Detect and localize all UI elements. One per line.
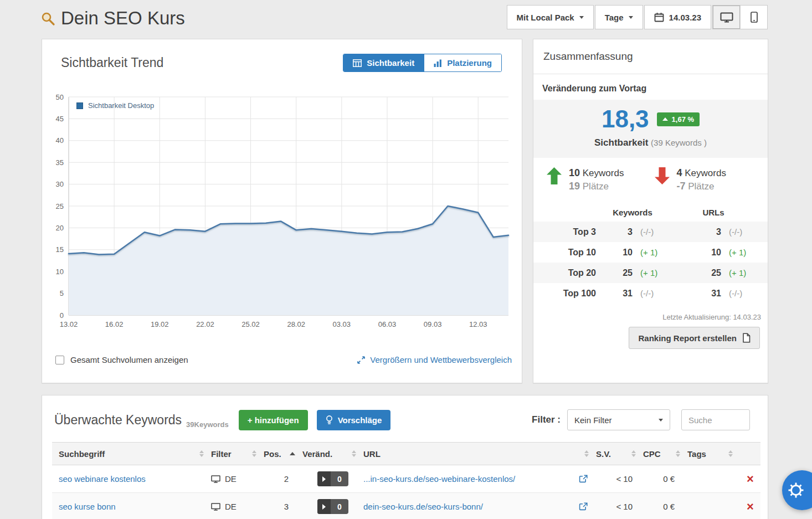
svg-text:15: 15	[56, 245, 64, 254]
external-link-icon[interactable]	[579, 475, 588, 483]
keyword-link[interactable]: seo webinare kostenlos	[59, 474, 146, 484]
delete-keyword-button[interactable]: ×	[747, 501, 754, 513]
chevron-down-icon	[659, 419, 663, 422]
top-controls: Mit Local Pack Tage 14.03.23	[507, 5, 768, 29]
top-rankings-table: Keywords URLs Top 3 3 (-/-) 3 (-/-) Top …	[533, 203, 768, 304]
svg-text:19.02: 19.02	[151, 320, 169, 328]
keyword-link[interactable]: seo kurse bonn	[59, 502, 116, 511]
chat-widget-button[interactable]	[782, 470, 812, 510]
svg-text:40: 40	[56, 136, 64, 145]
arrow-down-icon	[655, 167, 670, 184]
chevron-right-icon	[317, 471, 331, 486]
column-header-url[interactable]: URL	[361, 449, 593, 459]
document-icon	[742, 333, 751, 343]
filter-select[interactable]: Kein Filter	[567, 409, 670, 430]
keywords-header: Überwachte Keywords 39Keywords + hinzufü…	[42, 395, 768, 442]
cpc-value: 0 €	[640, 502, 685, 511]
sort-icon[interactable]	[631, 450, 636, 457]
column-header-suchbegriff[interactable]: Suchbegriff	[59, 449, 208, 459]
trend-footer: Gesamt Suchvolumen anzeigen Vergrößern u…	[55, 355, 512, 364]
tab-sichtbarkeit[interactable]: Sichtbarkeit	[343, 54, 424, 71]
svg-text:0: 0	[60, 311, 64, 320]
expand-compare-link[interactable]: Vergrößern und Wettbewerbsvergleich	[357, 355, 512, 364]
desktop-icon	[211, 503, 220, 511]
column-header-filter[interactable]: Filter	[208, 449, 261, 459]
summary-value-band: 18,3 1,67 % Sichtbarkeit (39 Keywords )	[533, 100, 768, 158]
legend-swatch	[76, 102, 83, 109]
table-row: Top 3 3 (-/-) 3 (-/-)	[533, 222, 768, 242]
keywords-table: Suchbegriff Filter Pos. Veränd. URL	[52, 442, 760, 519]
summary-panel: Zusammenfassung Veränderung zum Vortag 1…	[533, 39, 768, 383]
position-change-badge[interactable]: 0	[317, 471, 348, 486]
period-dropdown[interactable]: Tage	[595, 5, 643, 29]
column-header-veraend[interactable]: Veränd.	[300, 449, 361, 459]
add-keyword-button[interactable]: + hinzufügen	[239, 410, 308, 430]
sort-icon-active[interactable]	[290, 452, 295, 455]
position-change-badge[interactable]: 0	[317, 499, 348, 514]
svg-text:28.02: 28.02	[287, 320, 305, 328]
sort-icon[interactable]	[728, 450, 733, 457]
keyword-movement-row: 10 Keywords 19 Plätze 4 Keywords -7 Plät…	[533, 158, 768, 199]
svg-text:5: 5	[60, 289, 64, 297]
svg-text:12.03: 12.03	[469, 320, 487, 328]
column-header-pos[interactable]: Pos.	[261, 449, 300, 459]
sort-icon[interactable]	[352, 450, 356, 457]
country-code: DE	[225, 502, 237, 511]
keywords-up: 10 Keywords 19 Plätze	[547, 167, 655, 192]
suggestions-button[interactable]: Vorschläge	[317, 410, 391, 430]
table-row: Top 20 25 (+ 1) 25 (+ 1)	[533, 263, 768, 283]
svg-text:22.02: 22.02	[196, 320, 214, 328]
search-input[interactable]	[681, 409, 750, 430]
ranking-url-link[interactable]: ...in-seo-kurs.de/seo-webinare-kostenlos…	[363, 474, 515, 484]
table-grid-icon	[353, 59, 362, 67]
visibility-trend-chart: 0510152025303540455013.0216.0219.0222.02…	[47, 93, 512, 332]
column-header-tags[interactable]: Tags	[685, 449, 737, 459]
svg-text:09.03: 09.03	[424, 320, 442, 328]
desktop-view-button[interactable]	[713, 6, 740, 29]
expand-arrows-icon	[357, 356, 366, 364]
calendar-icon	[654, 12, 664, 22]
chevron-down-icon	[579, 16, 584, 19]
filter-label: Filter :	[532, 414, 561, 425]
tab-platzierung[interactable]: Platzierung	[424, 54, 501, 71]
chevron-right-icon	[317, 499, 331, 514]
search-volume: < 10	[593, 502, 640, 511]
ranking-url-link[interactable]: dein-seo-kurs.de/seo-kurs-bonn/	[363, 502, 483, 511]
rankings-table-header: Keywords URLs	[533, 203, 768, 222]
delete-keyword-button[interactable]: ×	[747, 473, 754, 485]
svg-text:16.02: 16.02	[105, 320, 124, 328]
page: Dein SEO Kurs Mit Local Pack Tage 14.03.…	[0, 0, 812, 519]
local-pack-dropdown[interactable]: Mit Local Pack	[507, 5, 594, 29]
volume-checkbox-row: Gesamt Suchvolumen anzeigen	[55, 355, 188, 364]
top-bar: Dein SEO Kurs Mit Local Pack Tage 14.03.…	[0, 0, 812, 34]
sort-icon[interactable]	[584, 450, 589, 457]
sort-icon[interactable]	[199, 450, 204, 457]
column-header-sv[interactable]: S.V.	[593, 449, 640, 459]
legend-label: Sichtbarkeit Desktop	[88, 101, 154, 110]
date-picker-button[interactable]: 14.03.23	[644, 5, 711, 29]
keywords-table-header: Suchbegriff Filter Pos. Veränd. URL	[52, 442, 760, 465]
caret-up-icon	[662, 117, 668, 121]
chart-legend: Sichtbarkeit Desktop	[76, 101, 154, 110]
ranking-report-button[interactable]: Ranking Report erstellen	[629, 327, 760, 349]
country-code: DE	[225, 474, 237, 484]
table-row: Top 10 10 (+ 1) 10 (+ 1)	[533, 242, 768, 263]
svg-text:45: 45	[56, 115, 64, 123]
keyword-row: seo kurse bonn DE 3 0	[52, 493, 760, 519]
chevron-down-icon	[629, 16, 633, 19]
external-link-icon[interactable]	[579, 502, 588, 511]
app-title: Dein SEO Kurs	[40, 8, 185, 29]
position-value: 2	[261, 474, 300, 484]
volume-checkbox[interactable]	[55, 356, 64, 364]
last-update-text: Letzte Aktualisierung: 14.03.23	[533, 313, 768, 321]
sort-icon[interactable]	[252, 450, 256, 457]
svg-text:10: 10	[56, 268, 64, 276]
mobile-view-button[interactable]	[740, 6, 767, 29]
column-header-cpc[interactable]: CPC	[640, 449, 685, 459]
sort-icon[interactable]	[676, 450, 680, 457]
desktop-icon	[211, 475, 220, 483]
summary-heading: Veränderung zum Vortag	[533, 74, 768, 100]
visibility-trend-panel: Sichtbarkeit Trend Sichtbarkeit	[42, 39, 522, 383]
svg-text:35: 35	[56, 158, 64, 167]
trend-tab-group: Sichtbarkeit Platzierung	[343, 54, 502, 72]
